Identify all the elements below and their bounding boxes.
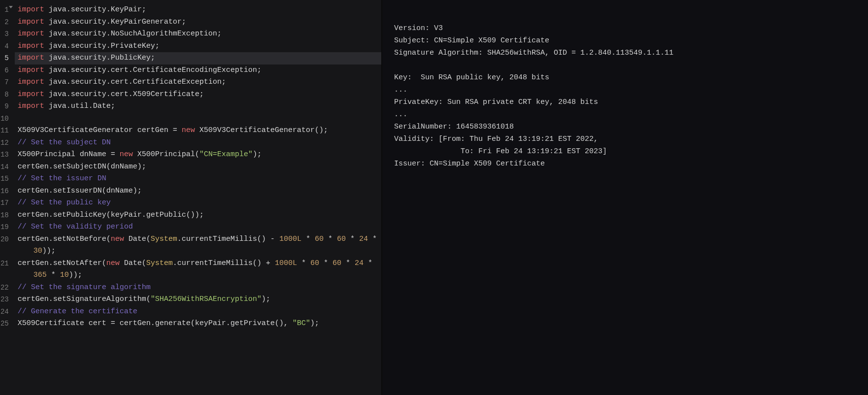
token-kw: import (18, 90, 44, 99)
token-def: java.security.cert.CertificateEncodingEx… (44, 66, 262, 74)
code-line[interactable]: import java.security.cert.CertificateExc… (15, 76, 381, 89)
token-num: 60 (315, 235, 324, 243)
line-number: 14 (0, 161, 15, 173)
token-str: "CN=Example" (200, 150, 253, 159)
code-line[interactable]: import java.security.NoSuchAlgorithmExce… (15, 28, 381, 40)
token-def: java.security.cert.CertificateException; (44, 78, 226, 86)
token-num: 365 (33, 271, 47, 279)
code-line[interactable]: import java.security.KeyPair; (15, 4, 381, 16)
line-number: 7 (0, 76, 15, 89)
token-def: ); (310, 319, 319, 328)
code-line[interactable]: // Set the subject DN (15, 137, 381, 149)
code-area[interactable]: import java.security.KeyPair;import java… (15, 0, 381, 395)
code-line[interactable]: 30)); (15, 245, 381, 258)
line-number: 8 (0, 89, 15, 101)
token-new: new (111, 235, 124, 243)
code-line[interactable]: certGen.setSubjectDN(dnName); (15, 161, 381, 173)
token-sys: System (151, 235, 177, 243)
code-line[interactable]: import java.security.cert.CertificateEnc… (15, 65, 381, 77)
code-line[interactable]: certGen.setNotAfter(new Date(System.curr… (15, 258, 381, 270)
token-def: * (319, 259, 333, 267)
token-sys: System (146, 259, 173, 267)
line-number: 16 (0, 185, 15, 198)
token-str: "SHA256WithRSAEncryption" (151, 295, 262, 303)
line-number: 9 (0, 100, 15, 113)
code-line[interactable]: certGen.setSignatureAlgorithm("SHA256Wit… (15, 294, 381, 306)
code-line[interactable] (15, 113, 381, 125)
token-def: certGen.setNotAfter( (18, 259, 106, 267)
token-num: 30 (33, 247, 42, 255)
code-line[interactable]: import java.security.PublicKey; (15, 52, 381, 65)
code-line[interactable]: import java.security.PrivateKey; (15, 40, 381, 53)
output-line: ... (394, 108, 856, 121)
token-def: Date( (124, 235, 151, 243)
token-kw: import (18, 78, 44, 86)
line-number: 21 (0, 258, 15, 270)
output-line: Signature Algorithm: SHA256withRSA, OID … (394, 47, 856, 59)
token-def: certGen.setSignatureAlgorithm( (18, 295, 151, 303)
token-def: * (47, 271, 60, 279)
line-number: 25 (0, 318, 15, 330)
token-num: 24 (359, 235, 368, 243)
token-kw: import (18, 54, 44, 62)
line-number: 6 (0, 65, 15, 77)
token-def: ); (253, 150, 262, 159)
output-pane[interactable]: Version: V3Subject: CN=Simple X509 Certi… (382, 0, 868, 395)
token-num: 60 (337, 235, 346, 243)
code-line[interactable]: import java.security.KeyPairGenerator; (15, 16, 381, 29)
token-def: X500Principal dnName = (18, 150, 120, 159)
code-line[interactable]: import java.util.Date; (15, 100, 381, 113)
token-kw: import (18, 30, 44, 38)
line-number: 11 (0, 125, 15, 137)
token-num: 24 (355, 259, 364, 267)
code-editor-pane[interactable]: 1234567891011121314151617181920212223242… (0, 0, 382, 395)
output-line: PrivateKey: Sun RSA private CRT key, 204… (394, 96, 856, 108)
code-line[interactable]: // Set the validity period (15, 221, 381, 233)
code-line[interactable]: certGen.setNotBefore(new Date(System.cur… (15, 233, 381, 246)
line-number: 17 (0, 197, 15, 209)
token-kw: import (18, 66, 44, 74)
token-cmt: // Set the public key (18, 198, 111, 207)
token-def: .currentTimeMillis() - (177, 235, 279, 243)
code-line[interactable]: X500Principal dnName = new X500Principal… (15, 149, 381, 161)
token-def: )); (69, 271, 82, 279)
line-number: 23 (0, 294, 15, 306)
code-line[interactable]: import java.security.cert.X509Certificat… (15, 89, 381, 101)
output-line (394, 59, 856, 71)
token-str: "BC" (293, 319, 310, 328)
code-line[interactable]: // Set the public key (15, 197, 381, 209)
token-def: certGen.setSubjectDN(dnName); (18, 163, 146, 171)
line-number: 19 (0, 221, 15, 233)
code-line[interactable]: // Generate the certificate (15, 306, 381, 318)
line-number: 18 (0, 209, 15, 222)
line-number: 22 (0, 282, 15, 294)
token-num: 10 (60, 271, 69, 279)
code-line[interactable]: X509Certificate cert = certGen.generate(… (15, 318, 381, 330)
token-def: java.security.KeyPair; (44, 5, 146, 14)
token-num: 60 (310, 259, 319, 267)
token-def: certGen.setIssuerDN(dnName); (18, 187, 142, 195)
code-line[interactable]: certGen.setIssuerDN(dnName); (15, 185, 381, 198)
output-line: SerialNumber: 1645839361018 (394, 121, 856, 133)
token-def: X509V3CertificateGenerator(); (195, 126, 328, 134)
code-line[interactable]: X509V3CertificateGenerator certGen = new… (15, 125, 381, 137)
token-def: X509Certificate cert = certGen.generate(… (18, 319, 293, 328)
token-def: .currentTimeMillis() + (173, 259, 275, 267)
line-number: 3 (0, 28, 15, 40)
token-cmt: // Set the validity period (18, 223, 133, 231)
token-def: java.security.KeyPairGenerator; (44, 18, 186, 26)
code-line[interactable]: 365 * 10)); (15, 269, 381, 282)
token-kw: import (18, 5, 44, 14)
fold-marker-icon[interactable] (9, 6, 13, 8)
output-line (394, 10, 856, 22)
token-def: * (368, 235, 381, 243)
token-def: Date( (120, 259, 146, 267)
line-number: 2 (0, 16, 15, 29)
code-line[interactable]: // Set the issuer DN (15, 173, 381, 185)
line-number: 4 (0, 40, 15, 53)
code-line[interactable]: // Set the signature algorithm (15, 282, 381, 294)
line-number: 5 (0, 52, 15, 65)
token-def: java.security.PrivateKey; (44, 42, 160, 50)
token-def: )); (42, 247, 56, 255)
code-line[interactable]: certGen.setPublicKey(keyPair.getPublic()… (15, 209, 381, 222)
